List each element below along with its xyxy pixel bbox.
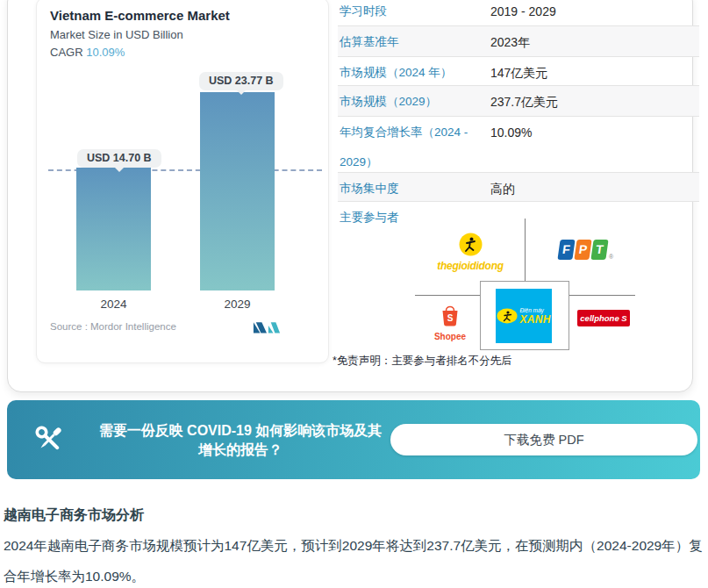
covid-report-banner: 需要一份反映 COVID-19 如何影响该市场及其 增长的报告？ 下载免费 PD…	[7, 400, 700, 479]
chart-source: Source : Mordor Intelligence	[50, 321, 176, 332]
players-connector-left	[415, 295, 480, 296]
tools-icon	[32, 422, 67, 457]
player-shopee-logo: S Shopee	[433, 305, 468, 341]
banner-question-line1: 需要一份反映 COVID-19 如何影响该市场及其	[99, 423, 383, 438]
xanh-figure-icon	[497, 308, 518, 324]
fpt-letter-p: P	[574, 240, 591, 260]
market-summary-table: 学习时段 2019 - 2029 估算基准年 2023年 市场规模（2024 年…	[338, 0, 699, 202]
svg-text:S: S	[447, 313, 454, 323]
bar-value-label-2029: USD 23.77 B	[199, 72, 283, 90]
bar-2029	[200, 92, 275, 290]
row-label: 学习时段	[340, 0, 490, 26]
players-connector-right	[569, 295, 635, 296]
table-row: 市场规模（2029） 237.7亿美元	[338, 86, 699, 117]
row-label: 市场规模（2029）	[340, 86, 490, 117]
player-fpt-logo: F P T ®	[559, 240, 613, 260]
fpt-letter-f: F	[557, 240, 575, 260]
major-players-label: 主要参与者	[340, 210, 399, 226]
shopee-bag-icon: S	[439, 305, 461, 327]
analysis-heading: 越南电子商务市场分析	[4, 506, 144, 525]
x-axis-label-2024: 2024	[76, 298, 151, 311]
fpt-letter-t: T	[590, 240, 608, 260]
analysis-body: 2024年越南电子商务市场规模预计为147亿美元，预计到2029年将达到237.…	[4, 530, 705, 588]
row-value: 2023年	[490, 26, 697, 57]
table-row: 年均复合增长率（2024 - 2029） 10.09%	[338, 117, 699, 173]
row-label: 市场规模（2024 年）	[340, 57, 490, 88]
players-disclaimer: *免责声明：主要参与者排名不分先后	[333, 354, 512, 369]
row-value: 高的	[490, 173, 697, 204]
cagr-value: 10.09%	[86, 46, 125, 59]
row-label: 年均复合增长率（2024 - 2029）	[340, 117, 490, 177]
market-snapshot-widget: Vietnam E-commerce Market Market Size in…	[7, 0, 693, 392]
download-free-pdf-button[interactable]: 下载免费 PDF	[390, 424, 697, 455]
row-label: 市场集中度	[340, 173, 490, 204]
cagr-label: CAGR	[50, 46, 83, 59]
table-row: 学习时段 2019 - 2029	[338, 0, 699, 26]
chart-subtitle: Market Size in USD Billion	[50, 28, 183, 41]
table-row: 市场规模（2024 年） 147亿美元	[338, 57, 699, 86]
chart-title: Vietnam E-commerce Market	[50, 8, 230, 23]
row-label: 估算基准年	[340, 26, 490, 57]
bar-2024	[76, 168, 151, 290]
chart-cagr: CAGR 10.09%	[50, 46, 125, 59]
banner-question: 需要一份反映 COVID-19 如何影响该市场及其 增长的报告？	[84, 421, 397, 460]
mordor-intelligence-logo-icon	[253, 318, 281, 335]
fpt-registered-mark: ®	[609, 254, 613, 260]
xanh-line1: Điện máy	[519, 307, 550, 313]
row-value: 10.09%	[490, 117, 697, 147]
market-size-chart-card: Vietnam E-commerce Market Market Size in…	[36, 0, 329, 363]
xanh-line2: XANH	[519, 313, 550, 326]
player-dienmay-xanh-logo: Điện máy XANH	[496, 289, 552, 343]
row-value: 2019 - 2029	[490, 0, 697, 26]
player-cellphones-logo: cellphone S	[577, 310, 630, 326]
table-row: 估算基准年 2023年	[338, 26, 699, 57]
thegioididong-icon	[459, 233, 483, 256]
player-thegioididong-logo: thegioididong	[426, 233, 515, 272]
row-value: 237.7亿美元	[490, 86, 697, 117]
bar-value-label-2024: USD 14.70 B	[77, 149, 161, 168]
table-row: 市场集中度 高的	[338, 173, 699, 202]
row-value: 147亿美元	[490, 57, 697, 88]
players-connector-vertical	[525, 219, 526, 281]
banner-question-line2: 增长的报告？	[198, 442, 282, 457]
x-axis-label-2029: 2029	[200, 298, 275, 311]
